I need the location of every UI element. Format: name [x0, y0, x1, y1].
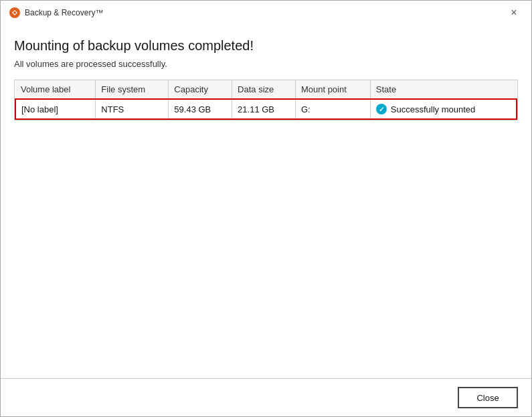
close-button[interactable]: Close [458, 387, 518, 408]
table-body: [No label] NTFS 59.43 GB 21.11 GB G: Suc… [15, 99, 517, 119]
col-header-volume-label: Volume label [15, 80, 96, 99]
cell-capacity: 59.43 GB [169, 99, 232, 119]
window-title: Backup & Recovery™ [25, 8, 505, 17]
table-row: [No label] NTFS 59.43 GB 21.11 GB G: Suc… [15, 99, 517, 119]
main-window: Backup & Recovery™ × Mounting of backup … [0, 0, 532, 417]
cell-data-size: 21.11 GB [232, 99, 296, 119]
page-title: Mounting of backup volumes completed! [14, 38, 518, 54]
cell-file-system: NTFS [96, 99, 169, 119]
cell-volume-label: [No label] [15, 99, 96, 119]
col-header-capacity: Capacity [169, 80, 232, 99]
check-circle-icon [376, 104, 387, 114]
table-header: Volume label File system Capacity Data s… [15, 80, 517, 99]
col-header-data-size: Data size [232, 80, 296, 99]
volumes-table: Volume label File system Capacity Data s… [15, 80, 517, 120]
app-icon [9, 7, 21, 19]
state-text: Successfully mounted [391, 104, 475, 114]
col-header-state: State [370, 80, 517, 99]
col-header-mount-point: Mount point [295, 80, 370, 99]
cell-state: Successfully mounted [370, 99, 517, 119]
svg-point-1 [13, 11, 16, 14]
window-close-button[interactable]: × [505, 3, 523, 22]
content-area: Mounting of backup volumes completed! Al… [1, 25, 531, 378]
title-bar: Backup & Recovery™ × [1, 1, 531, 25]
subtitle-text: All volumes are processed successfully. [14, 59, 518, 69]
footer: Close [1, 378, 531, 416]
cell-mount-point: G: [295, 99, 370, 119]
volumes-table-container: Volume label File system Capacity Data s… [14, 80, 518, 120]
col-header-file-system: File system [96, 80, 169, 99]
